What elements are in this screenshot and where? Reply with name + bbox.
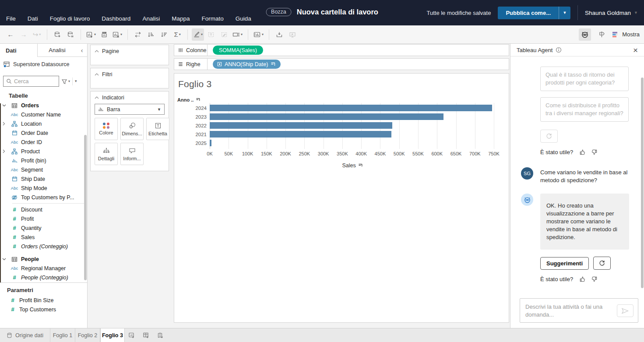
row-label-2025[interactable]: 2025 <box>174 139 207 148</box>
datasource-row[interactable]: Superstore Datasource <box>0 58 87 70</box>
tab-foglio-3[interactable]: Foglio 3 <box>100 328 125 342</box>
fit-selector[interactable]: ▾ <box>231 28 244 41</box>
table-row-orders[interactable]: Orders <box>0 101 87 110</box>
columns-shelf[interactable]: Colonne SOMMA(Sales) <box>174 44 509 56</box>
row-label-2022[interactable]: 2022 <box>174 121 207 130</box>
thumbs-down-icon[interactable] <box>591 276 598 282</box>
field-row-ship-mode[interactable]: AbcShip Mode <box>0 183 87 193</box>
show-cards-button[interactable]: ▾ <box>252 28 265 41</box>
field-row-profit-bin-[interactable]: Profit (bin) <box>0 156 87 165</box>
pill-somma-sales[interactable]: SOMMA(Sales) <box>213 46 263 55</box>
new-story-tab-button[interactable] <box>154 328 168 342</box>
field-row-ship-date[interactable]: Ship Date <box>0 174 87 183</box>
collapse-chevron-icon[interactable] <box>95 96 99 99</box>
presentation-mode-button[interactable] <box>286 28 299 41</box>
user-menu[interactable]: Shauna Goldman ▼ <box>585 10 638 16</box>
field-row-location[interactable]: Location <box>0 119 87 128</box>
x-axis-title[interactable]: Sales <box>342 162 363 169</box>
thumbs-down-icon[interactable] <box>591 149 598 155</box>
clear-sheet-button[interactable]: ▾ <box>111 28 123 41</box>
totals-button[interactable]: Σ▾ <box>171 28 183 41</box>
show-me-button[interactable]: Mostra <box>612 31 640 38</box>
agent-input-box[interactable]: Descrivi la tua attività o fai una doman… <box>520 298 638 323</box>
highlight-button[interactable]: ▾ <box>192 28 204 41</box>
redo-button[interactable]: → <box>18 28 30 41</box>
menu-guida[interactable]: Guida <box>236 15 251 22</box>
menu-formato[interactable]: Formato <box>201 15 223 22</box>
bar-2022[interactable] <box>210 122 392 129</box>
mark-type-dropdown[interactable]: Barra ▼ <box>95 104 165 115</box>
publish-button[interactable]: Pubblica come... <box>498 7 559 19</box>
expand-caret-icon[interactable] <box>0 149 8 153</box>
search-input[interactable]: Cerca <box>3 76 59 87</box>
field-row-segment[interactable]: AbcSegment <box>0 165 87 174</box>
expand-caret-icon[interactable] <box>0 122 8 126</box>
row-label-2021[interactable]: 2021 <box>174 130 207 139</box>
field-row-order-id[interactable]: AbcOrder ID <box>0 138 87 147</box>
pill-anno-ship-date[interactable]: ANNO(Ship Date) <box>213 60 281 69</box>
new-dashboard-tab-button[interactable] <box>139 328 154 342</box>
expand-caret-icon[interactable] <box>0 258 8 261</box>
field-row-top-customers[interactable]: #Top Customers <box>0 305 87 314</box>
tab-foglio-1[interactable]: Foglio 1 <box>50 328 75 342</box>
menu-foglio-di-lavoro[interactable]: Foglio di lavoro <box>50 15 90 22</box>
undo-button[interactable]: ← <box>4 28 17 41</box>
close-panel-button[interactable]: × <box>633 46 638 54</box>
replay-button[interactable]: ↪▾ <box>31 28 43 41</box>
publish-dropdown-caret[interactable]: ▼ <box>559 7 570 19</box>
field-row-profit[interactable]: #Profit <box>0 214 87 223</box>
download-button[interactable] <box>273 28 285 41</box>
new-worksheet-button[interactable]: ▾ <box>85 28 97 41</box>
suggestions-button[interactable]: Suggerimenti <box>540 257 589 270</box>
field-row-customer-name[interactable]: AbcCustomer Name <box>0 110 87 119</box>
regenerate-button[interactable] <box>593 257 611 270</box>
new-worksheet-tab-button[interactable] <box>125 328 139 342</box>
label-button[interactable]: Etichetta <box>146 118 169 140</box>
tableau-agent-toggle[interactable] <box>579 28 591 41</box>
field-row-top-customers-by-p-[interactable]: Top Customers by P... <box>0 193 87 202</box>
bar-2024[interactable] <box>210 105 492 111</box>
bar-2025[interactable] <box>210 140 211 146</box>
field-row-regional-manager[interactable]: AbcRegional Manager <box>0 264 87 273</box>
color-button[interactable]: Colore <box>95 118 118 140</box>
suggestion-chip[interactable]: Come si distribuisce il profitto tra i d… <box>540 97 629 122</box>
table-row-people[interactable]: People <box>0 254 87 264</box>
suggestion-chip[interactable]: Qual è il tasso di ritorno dei prodotti … <box>540 67 629 91</box>
send-button[interactable] <box>617 304 633 317</box>
pause-updates-button[interactable] <box>64 28 77 41</box>
collapse-chevron-icon[interactable] <box>95 73 99 76</box>
field-row-discount[interactable]: #Discount <box>0 205 87 214</box>
menu-dati[interactable]: Dati <box>28 15 38 22</box>
tooltip-button[interactable]: Inform... <box>120 143 144 165</box>
collapse-pane-button[interactable]: ‹ <box>77 44 87 57</box>
field-row-sales[interactable]: #Sales <box>0 233 87 242</box>
row-label-2023[interactable]: 2023 <box>174 113 207 121</box>
agent-panel-scrollbar[interactable] <box>641 78 644 288</box>
tab-dati[interactable]: Dati <box>0 44 38 57</box>
pane-options-caret[interactable]: ▾ <box>75 79 77 83</box>
collapse-chevron-icon[interactable] <box>95 50 99 53</box>
field-row-product[interactable]: Product <box>0 147 87 156</box>
info-icon[interactable] <box>556 47 562 53</box>
tab-analisi[interactable]: Analisi <box>38 44 77 57</box>
detail-button[interactable]: Dettagli <box>95 143 118 165</box>
tab-foglio-2[interactable]: Foglio 2 <box>75 328 100 342</box>
sort-descending-button[interactable] <box>158 28 170 41</box>
rows-shelf[interactable]: Righe ANNO(Ship Date) <box>174 58 509 70</box>
guidepost-button[interactable] <box>595 28 608 41</box>
field-row-quantity[interactable]: #Quantity <box>0 223 87 233</box>
field-filter-button[interactable]: ▾ <box>61 78 70 85</box>
bar-2021[interactable] <box>210 131 391 138</box>
sort-ascending-button[interactable] <box>145 28 157 41</box>
menu-file[interactable]: File <box>6 15 16 22</box>
bar-2023[interactable] <box>210 113 443 120</box>
duplicate-sheet-button[interactable] <box>98 28 110 41</box>
menu-dashboard[interactable]: Dashboard <box>102 15 130 22</box>
menu-analisi[interactable]: Analisi <box>142 15 160 22</box>
field-row-order-date[interactable]: Order Date <box>0 128 87 138</box>
swap-axes-button[interactable] <box>132 28 144 41</box>
annotate-button[interactable] <box>218 28 230 41</box>
data-pane-scrollbar[interactable] <box>84 135 87 280</box>
new-datasource-button[interactable] <box>51 28 63 41</box>
datasource-tab[interactable]: Origine dati <box>0 328 50 342</box>
